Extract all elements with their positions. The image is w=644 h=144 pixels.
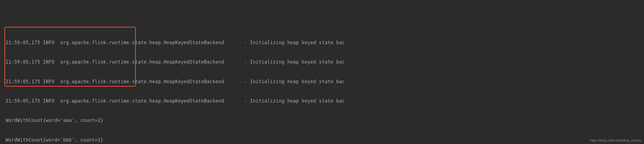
log-line: 21:59:05,175 INFO org.apache.flink.runti… [3,79,641,85]
log-line: 21:59:05,175 INFO org.apache.flink.runti… [3,59,641,65]
watermark-text: https://blog.csdn.net/boling_cavalry [590,138,641,143]
log-line: 21:59:05,175 INFO org.apache.flink.runti… [3,40,641,46]
console-log-output: 21:59:05,175 INFO org.apache.flink.runti… [0,26,644,144]
log-line: WordWithCount{word='aaa', count=2} [3,117,641,124]
log-line: 21:59:05,175 INFO org.apache.flink.runti… [3,98,641,104]
log-line: WordWithCount{word='bbb', count=1} [3,137,641,143]
